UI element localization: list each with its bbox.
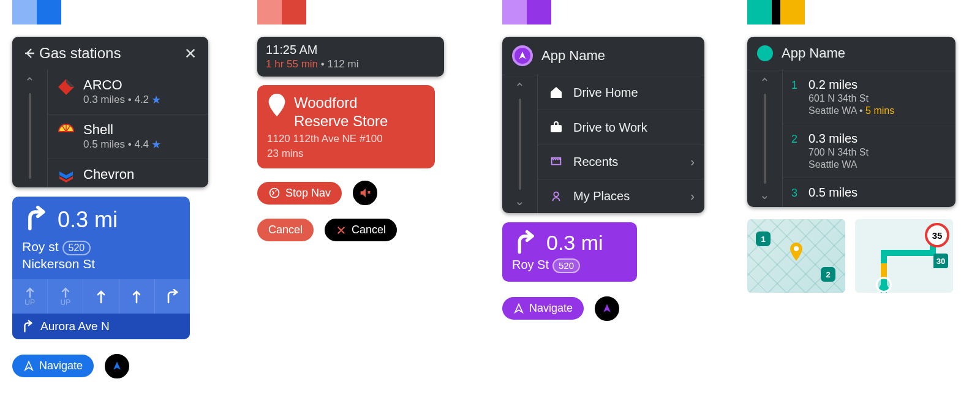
- gas-item-shell[interactable]: Shell 0.5 miles • 4.4 ★: [48, 114, 208, 159]
- swatch: [527, 0, 551, 24]
- scroll-col[interactable]: ⌃ ⌄: [747, 70, 783, 207]
- cancel-label: Cancel: [268, 224, 303, 236]
- stop-nav-button[interactable]: Stop Nav: [257, 182, 342, 205]
- swatch-row-red: [257, 0, 447, 24]
- result-item[interactable]: 1 0.2 miles 601 N 34th St Seattle WA • 5…: [783, 70, 956, 124]
- cancel-button-outline[interactable]: Cancel: [323, 217, 398, 243]
- menu-item-label: Drive Home: [573, 86, 638, 100]
- scroll-col[interactable]: ⌃: [12, 70, 48, 187]
- navigate-label: Navigate: [529, 302, 573, 315]
- cancel-button-filled[interactable]: Cancel: [257, 219, 314, 241]
- lane-up: [119, 279, 155, 314]
- menu-item-work[interactable]: Drive to Work: [538, 110, 704, 145]
- next-step-label: Aurora Ave N: [40, 320, 110, 333]
- mini-map-pins: 1 2: [747, 219, 845, 293]
- work-icon: [548, 120, 565, 135]
- close-icon[interactable]: [181, 44, 200, 62]
- chevron-up-icon[interactable]: ⌃: [760, 75, 770, 90]
- gas-stations-card: Gas stations ⌃ ARCO 0.3 miles • 4.2 ★: [12, 37, 208, 187]
- svg-point-8: [794, 246, 799, 251]
- result-index: 3: [791, 186, 800, 200]
- turn-card-blue: 0.3 mi Roy st520 Nickerson St UP UP Auro…: [12, 197, 190, 339]
- menu-item-home[interactable]: Drive Home: [538, 75, 704, 110]
- home-icon: [548, 85, 565, 100]
- result-eta: 5 mins: [865, 105, 894, 116]
- svg-point-7: [554, 192, 558, 196]
- star-icon: ★: [151, 138, 161, 151]
- svg-rect-5: [551, 125, 562, 132]
- result-item[interactable]: 2 0.3 miles 700 N 34th St Seattle WA: [783, 124, 956, 178]
- turn-street: Roy St: [512, 258, 549, 271]
- result-index: 1: [791, 78, 800, 116]
- result-item[interactable]: 3 0.5 miles: [783, 178, 956, 207]
- cancel-label: Cancel: [352, 224, 386, 236]
- gas-item-chevron[interactable]: Chevron: [48, 159, 208, 187]
- lane-up: UP: [48, 279, 83, 314]
- shell-icon: [56, 122, 76, 141]
- gas-item-name: Shell: [83, 122, 161, 138]
- compass-button[interactable]: [104, 353, 130, 380]
- swatch: [12, 0, 37, 24]
- result-index: 2: [791, 132, 800, 170]
- swatch-row-blue: [12, 0, 233, 24]
- stop-nav-label: Stop Nav: [285, 187, 331, 200]
- gas-title: Gas stations: [39, 45, 181, 62]
- dest-name-l2: Reserve Store: [294, 112, 388, 130]
- map-pin-30: 30: [933, 254, 948, 268]
- status-card: 11:25 AM 1 hr 55 min • 112 mi: [257, 37, 444, 77]
- compass-button[interactable]: [594, 295, 620, 322]
- app-title: App Name: [782, 45, 845, 61]
- navigate-button[interactable]: Navigate: [502, 297, 584, 320]
- pin-icon: [267, 94, 287, 130]
- chevron-down-icon[interactable]: ⌄: [514, 194, 525, 208]
- clock: 11:25 AM: [266, 43, 435, 57]
- map-pin-1[interactable]: 1: [756, 231, 771, 246]
- result-addr: 700 N 34th St: [809, 147, 869, 158]
- gas-item-name: ARCO: [83, 77, 161, 93]
- scroll-col[interactable]: ⌃ ⌄: [502, 75, 538, 213]
- menu-item-recents[interactable]: Recents ›: [538, 145, 704, 179]
- menu-item-places[interactable]: My Places ›: [538, 179, 704, 213]
- turn-right-icon: [22, 205, 49, 235]
- menu-item-label: Drive to Work: [573, 121, 647, 135]
- places-icon: [548, 190, 565, 203]
- swatch: [772, 0, 780, 24]
- turn-street-1: Roy st: [22, 239, 59, 254]
- recents-icon: [548, 156, 565, 169]
- gas-item-sub: 0.3 miles • 4.2: [83, 94, 149, 106]
- lane-guidance: UP UP: [12, 279, 190, 314]
- turn-card-purple: 0.3 mi Roy St520: [502, 222, 637, 282]
- result-city: Seattle WA: [809, 105, 857, 116]
- app-icon: [512, 45, 533, 66]
- app-icon: [757, 45, 773, 61]
- turn-distance: 0.3 mi: [546, 231, 603, 255]
- destination-card: Woodford Reserve Store 1120 112th Ave NE…: [257, 85, 435, 168]
- chevron-up-icon[interactable]: ⌃: [24, 75, 35, 89]
- swatch-row-teal: [747, 0, 968, 24]
- dest-name-l1: Woodford: [294, 94, 388, 112]
- menu-item-label: Recents: [573, 155, 618, 169]
- mute-button[interactable]: [352, 179, 379, 206]
- chevron-down-icon[interactable]: ⌄: [760, 187, 770, 202]
- gas-item-arco[interactable]: ARCO 0.3 miles • 4.2 ★: [48, 70, 208, 114]
- menu-item-label: My Places: [573, 189, 630, 203]
- lane-right: [155, 279, 190, 314]
- arco-icon: [56, 77, 76, 97]
- lane-up: UP: [12, 279, 48, 314]
- app-menu-card: App Name ⌃ ⌄ Drive Home Drive to Work: [502, 37, 704, 213]
- dest-eta: 23 mins: [267, 148, 425, 160]
- back-icon[interactable]: [21, 44, 39, 62]
- speed-limit-badge: 35: [925, 223, 949, 247]
- map-pin-2[interactable]: 2: [821, 267, 835, 282]
- mini-map-route: 35 30: [855, 219, 953, 293]
- turn-street-2: Nickerson St: [22, 255, 180, 273]
- chevron-up-icon[interactable]: ⌃: [514, 80, 525, 95]
- trip-distance: 112 mi: [327, 58, 358, 70]
- app-title: App Name: [541, 48, 605, 64]
- turn-right-icon: [512, 230, 538, 255]
- gas-item-sub: 0.5 miles • 4.4: [83, 138, 149, 151]
- swatch: [780, 0, 805, 24]
- dest-address: 1120 112th Ave NE #100: [267, 133, 425, 145]
- swatch: [747, 0, 772, 24]
- navigate-button[interactable]: Navigate: [12, 355, 94, 377]
